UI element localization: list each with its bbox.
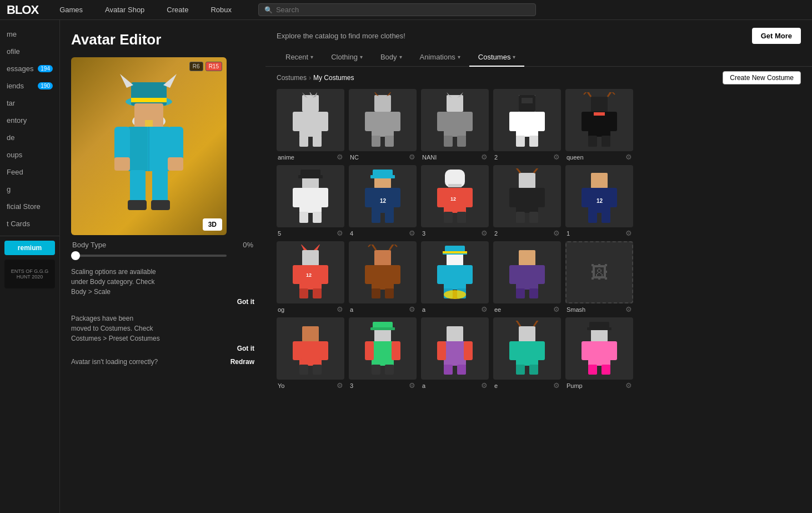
- costume-gear-1[interactable]: ⚙: [625, 229, 632, 237]
- costume-card-pump[interactable]: Pump ⚙: [565, 317, 633, 391]
- costume-gear-a3[interactable]: ⚙: [481, 381, 488, 390]
- costume-gear-a1[interactable]: ⚙: [409, 305, 415, 313]
- costume-card-yo[interactable]: Yo ⚙: [277, 317, 344, 391]
- redraw-button[interactable]: Redraw: [230, 358, 254, 366]
- costume-gear-3[interactable]: ⚙: [481, 229, 488, 237]
- svg-line-166: [516, 321, 520, 326]
- costume-gear-e[interactable]: ⚙: [553, 381, 560, 390]
- sidebar-item-gift-cards[interactable]: t Cards: [0, 215, 59, 232]
- premium-button[interactable]: remium: [4, 241, 55, 255]
- costume-card-queen[interactable]: queen ⚙: [565, 89, 633, 163]
- svg-rect-125: [444, 265, 466, 290]
- costume-gear-yo[interactable]: ⚙: [337, 381, 343, 390]
- svg-rect-169: [588, 341, 610, 366]
- costume-card-a3[interactable]: a ⚙: [421, 317, 489, 391]
- nav-create[interactable]: Create: [162, 3, 193, 16]
- svg-rect-163: [536, 341, 545, 360]
- costume-card-a1[interactable]: a ⚙: [349, 241, 417, 315]
- costume-card-og[interactable]: 12 og ⚙: [277, 241, 344, 315]
- search-input[interactable]: [276, 6, 530, 14]
- redraw-text: Avatar isn't loading correctly?: [71, 358, 158, 366]
- svg-line-123: [394, 245, 397, 247]
- sidebar-item-profile[interactable]: ofile: [0, 43, 59, 60]
- svg-rect-16: [152, 170, 168, 203]
- costume-gear-smash[interactable]: ⚙: [625, 305, 632, 313]
- costume-card-3b[interactable]: 3 ⚙: [349, 317, 417, 391]
- svg-rect-135: [516, 265, 538, 290]
- costume-gear-4[interactable]: ⚙: [409, 229, 415, 237]
- got-it-button-1[interactable]: Got it: [71, 298, 254, 306]
- costume-card-a2[interactable]: a ⚙: [421, 241, 489, 315]
- breadcrumb-parent[interactable]: Costumes: [277, 74, 307, 82]
- costume-card-anime[interactable]: anime ⚙: [277, 89, 344, 163]
- body-type-slider[interactable]: [71, 255, 227, 257]
- 3d-toggle-button[interactable]: 3D: [203, 218, 222, 231]
- svg-rect-173: [602, 365, 610, 375]
- sidebar-item-blog[interactable]: g: [0, 181, 59, 198]
- nav-avatar-shop[interactable]: Avatar Shop: [101, 3, 149, 16]
- costume-gear-3b[interactable]: ⚙: [409, 381, 415, 390]
- sidebar-event-banner[interactable]: ENTS OF G.G.G HUNT 2020: [4, 260, 55, 288]
- tab-bar: Recent ▾ Clothing ▾ Body ▾ Animations ▾ …: [265, 48, 812, 67]
- tab-recent[interactable]: Recent ▾: [277, 48, 322, 67]
- svg-rect-45: [516, 112, 538, 137]
- costume-img-nc: [349, 89, 417, 151]
- tab-animations[interactable]: Animations ▾: [411, 48, 469, 67]
- banner-text: ENTS OF G.G.G HUNT 2020: [4, 266, 55, 282]
- costume-gear-nc[interactable]: ⚙: [409, 153, 415, 161]
- sidebar-item-avatar[interactable]: tar: [0, 94, 59, 112]
- costume-row-1: anime ⚙: [277, 89, 801, 163]
- costume-gear-a2[interactable]: ⚙: [481, 305, 488, 313]
- sidebar-item-trade[interactable]: de: [0, 129, 59, 146]
- svg-rect-157: [464, 341, 473, 360]
- r6-badge[interactable]: R6: [189, 62, 203, 71]
- costume-card-e[interactable]: e ⚙: [493, 317, 561, 391]
- costume-gear-2b[interactable]: ⚙: [553, 229, 560, 237]
- redraw-row: Avatar isn't loading correctly? Redraw: [71, 358, 254, 366]
- nav-games[interactable]: Games: [55, 3, 87, 16]
- costume-img-2b: [493, 165, 561, 227]
- svg-rect-51: [522, 98, 533, 103]
- costume-gear-5[interactable]: ⚙: [337, 229, 343, 237]
- sidebar-item-me[interactable]: me: [0, 26, 59, 43]
- costume-gear-pump[interactable]: ⚙: [625, 381, 632, 390]
- sidebar-item-groups[interactable]: oups: [0, 146, 59, 163]
- svg-rect-11: [114, 127, 130, 160]
- costume-card-5[interactable]: 5 ⚙: [277, 165, 344, 239]
- sidebar-item-feed[interactable]: Feed: [0, 163, 59, 181]
- got-it-button-2[interactable]: Got it: [71, 345, 254, 352]
- costume-gear-anime[interactable]: ⚙: [337, 153, 343, 161]
- sidebar-item-messages[interactable]: essages 194: [0, 60, 59, 77]
- tab-clothing[interactable]: Clothing ▾: [322, 48, 372, 67]
- costume-gear-og[interactable]: ⚙: [337, 305, 343, 313]
- sidebar-item-official-store[interactable]: ficial Store: [0, 198, 59, 215]
- svg-rect-119: [385, 288, 394, 298]
- sidebar-divider: [0, 236, 59, 236]
- svg-rect-114: [374, 250, 391, 266]
- search-bar[interactable]: 🔍: [258, 3, 536, 16]
- costume-gear-nani[interactable]: ⚙: [481, 153, 488, 161]
- costume-card-smash[interactable]: 🖼 Smash ⚙: [565, 241, 633, 315]
- costume-card-nc[interactable]: NC ⚙: [349, 89, 417, 163]
- costume-card-2b[interactable]: 2 ⚙: [493, 165, 561, 239]
- costume-card-nani[interactable]: NANI ⚙: [421, 89, 489, 163]
- r15-badge[interactable]: R15: [205, 62, 222, 71]
- tab-costumes[interactable]: Costumes ▾: [469, 48, 525, 67]
- costume-gear-ee[interactable]: ⚙: [553, 305, 560, 313]
- costume-gear-2[interactable]: ⚙: [553, 153, 560, 161]
- nav-robux[interactable]: Robux: [206, 3, 236, 16]
- sidebar-item-friends[interactable]: iends 190: [0, 77, 59, 94]
- costume-card-3[interactable]: 12 3 ⚙: [421, 165, 489, 239]
- costume-card-1[interactable]: 12 1 ⚙: [565, 165, 633, 239]
- svg-rect-91: [516, 188, 538, 213]
- tab-body[interactable]: Body ▾: [372, 48, 411, 67]
- svg-rect-39: [464, 112, 473, 131]
- costume-gear-queen[interactable]: ⚙: [625, 153, 632, 161]
- get-more-button[interactable]: Get More: [752, 28, 801, 44]
- svg-rect-22: [319, 112, 328, 131]
- costume-card-ee[interactable]: ee ⚙: [493, 241, 561, 315]
- create-costume-button[interactable]: Create New Costume: [723, 71, 801, 84]
- costume-card-4[interactable]: 12 4 ⚙: [349, 165, 417, 239]
- costume-card-2[interactable]: 2 ⚙: [493, 89, 561, 163]
- sidebar-item-inventory[interactable]: entory: [0, 112, 59, 129]
